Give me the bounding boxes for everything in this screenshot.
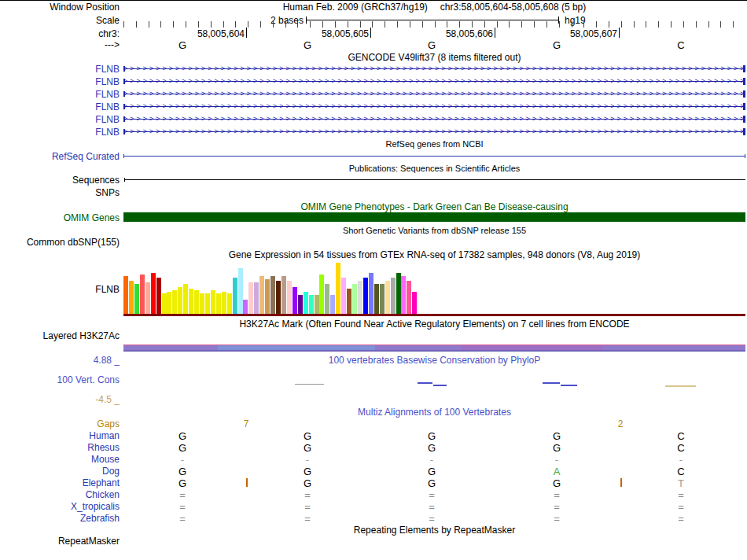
common-dbsnp-label[interactable]: Common dbSNP(155): [0, 237, 120, 248]
sequences-track[interactable]: [124, 179, 745, 180]
refseq-left-tick: [123, 154, 124, 158]
ruler-tick: [534, 21, 535, 28]
gencode-gene-row[interactable]: >>>>>>>>>>>>>>>>>>>>>>>>>>>>>>>>>>>>>>>>…: [123, 101, 745, 112]
multiz-base-cell: =: [665, 501, 697, 513]
gencode-gene-row[interactable]: >>>>>>>>>>>>>>>>>>>>>>>>>>>>>>>>>>>>>>>>…: [123, 114, 745, 124]
gtex-bar: [369, 273, 374, 314]
gene-exon-tick-right: [743, 90, 745, 98]
repeatmasker-label[interactable]: RepeatMasker: [0, 536, 120, 547]
multiz-base-cell: G: [292, 466, 323, 477]
coordinate-tick: [495, 28, 495, 38]
gtex-bar: [238, 268, 243, 314]
ruler-tick: [472, 21, 473, 28]
gtex-bar: [167, 292, 171, 314]
multiz-base-cell: -: [292, 454, 323, 466]
ruler-tick: [372, 21, 373, 28]
multiz-row-label-x_tropicalis[interactable]: X_tropicalis: [0, 501, 120, 512]
multiz-row-label-zebrafish[interactable]: Zebrafish: [0, 513, 120, 524]
gtex-baseline: [123, 314, 745, 316]
gtex-bar: [319, 274, 324, 314]
ruler-tick: [285, 21, 286, 28]
gtex-bar: [134, 284, 139, 314]
ruler-tick: [484, 21, 485, 28]
phylop-conservation-mark: [561, 385, 577, 386]
multiz-base-cell: =: [292, 489, 323, 501]
ruler-tick: [509, 21, 510, 28]
gtex-bar: [145, 282, 150, 314]
phylop-cons-label[interactable]: 100 Vert. Cons: [0, 374, 120, 385]
omim-genes-label[interactable]: OMIM Genes: [0, 212, 120, 223]
gencode-gene-row[interactable]: >>>>>>>>>>>>>>>>>>>>>>>>>>>>>>>>>>>>>>>>…: [123, 127, 745, 137]
multiz-row-label-dog[interactable]: Dog: [0, 466, 120, 477]
ruler-tick: [720, 21, 721, 28]
gencode-gene-label[interactable]: FLNB: [0, 114, 120, 125]
ruler-tick: [360, 21, 361, 28]
gencode-gene-label[interactable]: FLNB: [0, 89, 120, 100]
ruler-tick: [683, 21, 684, 28]
strand-label: --->: [0, 39, 120, 50]
ruler-tick: [497, 21, 498, 28]
gtex-bar: [123, 276, 128, 314]
multiz-gap-count: 2: [613, 418, 628, 429]
gtex-bar: [352, 284, 357, 314]
refseq-curated-track[interactable]: [123, 156, 745, 157]
multiz-base-cell: =: [416, 489, 447, 501]
omim-genes-track[interactable]: [123, 212, 745, 222]
multiz-row-label-mouse[interactable]: Mouse: [0, 454, 120, 465]
multiz-row-label-human[interactable]: Human: [0, 430, 120, 441]
gencode-gene-row[interactable]: >>>>>>>>>>>>>>>>>>>>>>>>>>>>>>>>>>>>>>>>…: [123, 64, 745, 74]
gtex-expression-chart[interactable]: [123, 263, 422, 314]
layered-h3k27ac-label[interactable]: Layered H3K27Ac: [0, 330, 120, 341]
ruler-tick: [559, 21, 560, 28]
multiz-row-label-elephant[interactable]: Elephant: [0, 477, 120, 488]
ruler-tick: [223, 21, 224, 28]
ruler-tick: [609, 21, 609, 28]
gtex-bar: [183, 284, 188, 314]
gtex-bar: [259, 276, 264, 314]
gtex-gene-label[interactable]: FLNB: [0, 284, 120, 295]
multiz-row-label-rhesus[interactable]: Rhesus: [0, 442, 120, 453]
phylop-conservation-mark: [418, 382, 432, 384]
gtex-bar: [401, 276, 406, 314]
gencode-gene-label[interactable]: FLNB: [0, 76, 120, 87]
multiz-row-label-gaps[interactable]: Gaps: [0, 418, 120, 429]
phylop-max-label: 4.88 _: [0, 355, 120, 366]
gencode-gene-label[interactable]: FLNB: [0, 101, 120, 112]
multiz-base-cell: -: [665, 454, 697, 466]
gtex-bar: [380, 284, 385, 314]
gene-exon-tick-right: [743, 78, 745, 85]
gtex-bar: [287, 281, 292, 314]
gencode-gene-label[interactable]: FLNB: [0, 64, 120, 75]
multiz-base-cell: -: [416, 454, 447, 466]
gtex-bar: [156, 278, 161, 314]
gtex-bar: [298, 295, 303, 314]
refseq-curated-label[interactable]: RefSeq Curated: [0, 151, 120, 162]
snps-label[interactable]: SNPs: [0, 187, 120, 198]
window-position-label: Window Position: [0, 2, 120, 13]
gtex-bar: [363, 278, 368, 314]
multiz-base-cell: =: [665, 513, 697, 525]
multiz-row-label-chicken[interactable]: Chicken: [0, 489, 120, 500]
multiz-base-cell: =: [416, 501, 447, 513]
gtex-bar: [189, 289, 193, 314]
sequences-left-tick: [124, 178, 125, 182]
multiz-base-cell: C: [665, 466, 697, 477]
gene-exon-tick-left: [123, 66, 125, 72]
gtex-bar: [385, 281, 390, 314]
gtex-bar: [282, 276, 286, 314]
multiz-track-title: Multiz Alignments of 100 Vertebrates: [123, 407, 745, 418]
gtex-bar: [216, 293, 221, 314]
gtex-bar: [347, 289, 351, 314]
scale-label: Scale: [0, 15, 120, 26]
ruler-tick: [447, 21, 447, 28]
sequences-label[interactable]: Sequences: [0, 175, 120, 186]
gtex-bar: [341, 278, 346, 314]
assembly-short: hg19: [565, 15, 586, 26]
h3k27ac-track[interactable]: [123, 344, 745, 352]
gencode-gene-label[interactable]: FLNB: [0, 127, 120, 138]
gencode-track-title: GENCODE V49lift37 (8 items filtered out): [123, 52, 745, 63]
gencode-gene-row[interactable]: >>>>>>>>>>>>>>>>>>>>>>>>>>>>>>>>>>>>>>>>…: [123, 76, 745, 87]
multiz-base-cell: G: [292, 430, 323, 442]
coordinate-label: 58,005,607: [539, 28, 617, 39]
gencode-gene-row[interactable]: >>>>>>>>>>>>>>>>>>>>>>>>>>>>>>>>>>>>>>>>…: [123, 89, 745, 99]
